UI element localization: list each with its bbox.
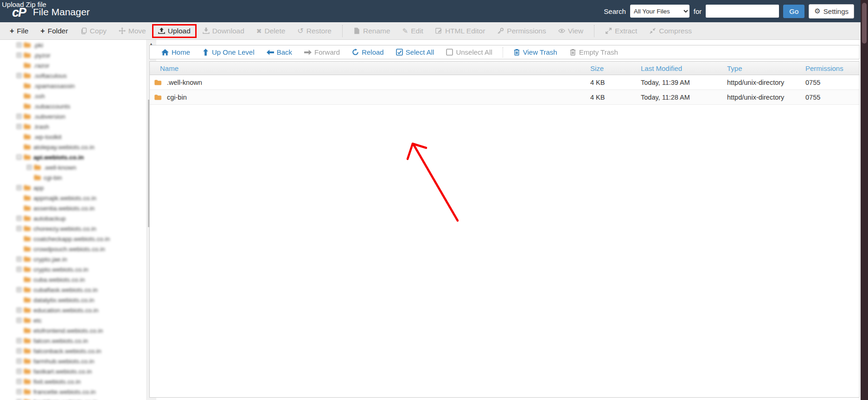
empty-trash-label: Empty Trash [579, 48, 618, 56]
folder-icon [24, 276, 31, 283]
folder-icon [24, 42, 31, 48]
tree-item[interactable]: +autobackup [0, 213, 146, 223]
page-scrollbar[interactable] [861, 0, 868, 400]
expand-toggle-icon[interactable]: + [27, 165, 32, 170]
expand-toggle-icon[interactable]: + [17, 369, 21, 374]
tree-item[interactable]: +.pyzor [0, 50, 146, 60]
expand-toggle-icon[interactable]: + [17, 359, 21, 363]
rename-label: Rename [363, 27, 390, 35]
navigation-bar: HomeUp One LevelBackForwardReloadSelect … [149, 45, 860, 59]
tree-item[interactable]: +farmhub.webiots.co.in [0, 356, 146, 366]
expand-toggle-icon[interactable]: + [17, 379, 21, 384]
tree-item[interactable]: assentia.webiots.co.in [0, 203, 146, 213]
tree-item[interactable]: cuba.webiots.co.in [0, 274, 146, 285]
column-header-name[interactable]: Name [150, 64, 590, 72]
up-one-level-button[interactable]: Up One Level [196, 48, 261, 56]
expand-toggle-icon[interactable]: + [17, 114, 21, 119]
expand-toggle-icon[interactable]: + [17, 185, 21, 190]
reload-button[interactable]: Reload [346, 48, 390, 56]
file-manager-toolbar: +File+FolderCopyMoveUploadDownload✖Delet… [0, 22, 861, 40]
column-header-size[interactable]: Size [590, 64, 641, 72]
column-header-type[interactable]: Type [727, 64, 805, 72]
folder-icon [24, 358, 31, 364]
tree-item[interactable]: .ssh [0, 91, 146, 101]
tree-item[interactable]: +crypto.webiots.co.in [0, 264, 146, 274]
tree-item[interactable]: +crypto.jae.in [0, 254, 146, 264]
tree-item[interactable]: +.subversion [0, 111, 146, 121]
column-header-permissions[interactable]: Permissions [805, 64, 859, 72]
tree-item-label: .pki [33, 42, 43, 49]
expand-toggle-icon[interactable]: + [17, 226, 21, 231]
tree-item[interactable]: .razor [0, 60, 146, 70]
expand-toggle-icon[interactable]: + [17, 257, 21, 261]
expand-toggle-icon[interactable]: + [17, 287, 21, 292]
tree-item[interactable]: +.trash [0, 121, 146, 132]
tree-item[interactable]: +fixit.webiots.co.in [0, 376, 146, 387]
select-all-label: Select All [406, 48, 434, 56]
tree-item[interactable]: .subaccounts [0, 101, 146, 111]
view-label: View [568, 27, 583, 35]
tree-item[interactable]: +education.webiots.co.in [0, 305, 146, 315]
column-header-last-modified[interactable]: Last Modified [641, 64, 727, 72]
tree-item[interactable]: +etc [0, 315, 146, 325]
tree-item[interactable]: .spamassassin [0, 81, 146, 91]
tree-item[interactable]: +francette.webiots.co.in [0, 387, 146, 397]
expand-toggle-icon[interactable]: + [17, 73, 21, 78]
permissions-label: Permissions [507, 27, 546, 35]
tree-item[interactable]: cgi-bin [0, 172, 146, 183]
home-button[interactable]: Home [155, 48, 196, 56]
file-size: 4 KB [590, 79, 641, 86]
collapse-toggle-icon[interactable]: - [17, 155, 21, 159]
expand-toggle-icon[interactable]: + [17, 389, 21, 394]
tree-item[interactable]: etofrontend.webiots.co.in [0, 325, 146, 336]
expand-toggle-icon[interactable]: + [17, 338, 21, 343]
expand-toggle-icon[interactable]: + [17, 318, 21, 323]
expand-toggle-icon[interactable]: + [17, 53, 21, 57]
settings-button[interactable]: ⚙Settings [809, 4, 854, 19]
tree-item[interactable]: +falcon.webiots.co.in [0, 336, 146, 346]
expand-toggle-icon[interactable]: + [17, 43, 21, 47]
copy-label: Copy [90, 27, 107, 35]
tree-item[interactable]: datalytix.webiots.co.in [0, 295, 146, 305]
file-name[interactable]: .well-known [167, 79, 202, 86]
delete-icon: ✖ [256, 28, 262, 34]
table-row[interactable]: .well-known4 KBToday, 11:39 AMhttpd/unix… [150, 75, 859, 90]
tree-item[interactable]: coatcheckapp.webiots.co.in [0, 234, 146, 244]
file-name[interactable]: cgi-bin [167, 94, 187, 101]
tree-item[interactable]: +falconback.webiots.co.in [0, 346, 146, 356]
upload-button[interactable]: Upload [152, 24, 197, 38]
page-scrollbar-thumb[interactable] [862, 3, 867, 44]
expand-toggle-icon[interactable]: + [17, 308, 21, 312]
tree-item[interactable]: +.pki [0, 40, 146, 50]
tree-item[interactable]: +choreezy.webiots.co.in [0, 223, 146, 234]
tree-item[interactable]: +cubaflask.webiots.co.in [0, 285, 146, 295]
tree-item[interactable]: atolepay.webiots.co.in [0, 142, 146, 152]
tree-item[interactable]: appmajik.webiots.co.in [0, 193, 146, 203]
upload-icon [158, 27, 165, 34]
back-button[interactable]: Back [261, 48, 298, 56]
tree-item[interactable]: +fastkart.webiots.co.in [0, 366, 146, 376]
table-row[interactable]: cgi-bin4 KBToday, 11:28 AMhttpd/unix-dir… [150, 90, 859, 105]
eye-icon [558, 27, 565, 34]
tree-item[interactable]: -api.webiots.co.in [0, 152, 146, 162]
expand-toggle-icon[interactable]: + [17, 349, 21, 353]
search-scope-select[interactable]: All Your Files [630, 5, 689, 18]
tree-item[interactable]: crowdpouch.webiots.co.in [0, 244, 146, 254]
select-all-button[interactable]: Select All [390, 48, 440, 56]
expand-toggle-icon[interactable]: + [17, 124, 21, 129]
folder-button[interactable]: +Folder [34, 24, 74, 38]
tree-item[interactable]: .wp-toolkit [0, 132, 146, 142]
back-label: Back [277, 48, 292, 56]
search-go-button[interactable]: Go [783, 5, 804, 18]
tree-item[interactable]: +freshfarm.webiots.co.in [0, 397, 146, 400]
expand-toggle-icon[interactable]: + [17, 267, 21, 272]
tree-item[interactable]: +app [0, 183, 146, 193]
view-trash-button[interactable]: View Trash [507, 48, 563, 56]
tree-item[interactable]: +.softaculous [0, 70, 146, 81]
search-input[interactable] [706, 5, 779, 18]
file-button[interactable]: +File [4, 24, 34, 38]
tree-item[interactable]: +.well-known [0, 162, 146, 172]
search-bar: Search All Your Files for Go ⚙Settings [604, 4, 854, 19]
expand-toggle-icon[interactable]: + [17, 216, 21, 221]
folder-label: Folder [48, 27, 68, 35]
